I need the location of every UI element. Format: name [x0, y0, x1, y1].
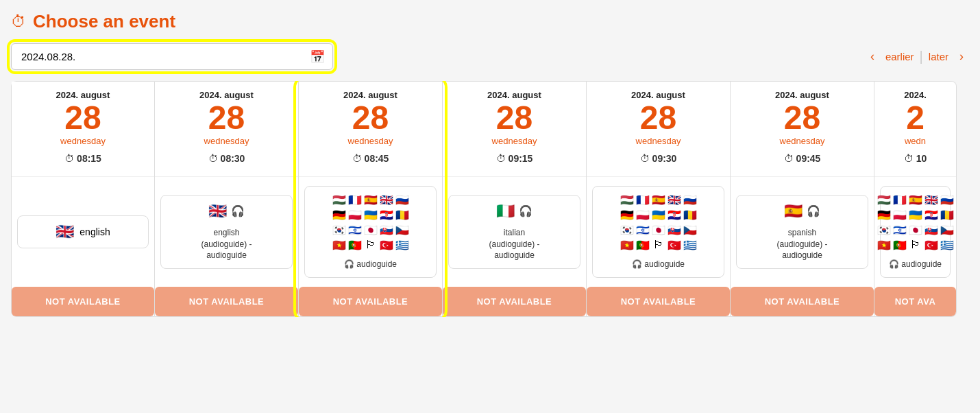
flag-item: 🇻🇳: [877, 239, 891, 252]
event-day: 2: [880, 102, 951, 134]
flag-item: 🇨🇿: [940, 224, 954, 237]
event-day: 28: [592, 102, 724, 134]
page-title: Choose an event: [33, 11, 175, 32]
event-body: 🇮🇹 🎧 italian(audioguide) -audioguide: [443, 177, 586, 287]
not-available-button[interactable]: NOT AVAILABLE: [12, 287, 154, 316]
event-weekday: wedn: [880, 136, 951, 146]
event-day: 28: [448, 102, 580, 134]
headphone-icon: 🎧: [889, 259, 899, 269]
event-body: 🇭🇺🇫🇷🇪🇸🇬🇧🇷🇺🇩🇪🇵🇱🇺🇦🇭🇷🇷🇴🇰🇷🇮🇱🇯🇵🇸🇰🇨🇿🇻🇳🇵🇹🏳🇹🇷🇬🇷 …: [587, 177, 730, 287]
flag-item: 🇨🇿: [395, 224, 409, 237]
flag-item: 🇬🇧: [924, 193, 938, 206]
event-month: 2024. august: [304, 90, 437, 100]
event-weekday: wednesday: [160, 136, 293, 146]
flag-item: 🇵🇹: [348, 239, 362, 252]
time-clock-icon: ⏱: [640, 153, 650, 164]
event-col-4: 2024. august 28 wednesday ⏱ 09:15 🇮🇹 🎧 i…: [443, 81, 587, 317]
flag-item: 🇵🇱: [636, 209, 650, 222]
event-col-3: 2024. august 28 wednesday ⏱ 08:45 🇭🇺🇫🇷🇪🇸…: [299, 81, 443, 317]
lang-card: 🇬🇧 english: [17, 215, 149, 248]
flag-item: 🇹🇷: [667, 239, 681, 252]
event-col-7: 2024. 2 wedn ⏱ 10 🇭🇺🇫🇷🇪🇸🇬🇧🇷🇺🇩🇪🇵🇱🇺🇦🇭🇷🇷🇴🇰🇷…: [874, 81, 957, 317]
event-body: 🇭🇺🇫🇷🇪🇸🇬🇧🇷🇺🇩🇪🇵🇱🇺🇦🇭🇷🇷🇴🇰🇷🇮🇱🇯🇵🇸🇰🇨🇿🇻🇳🇵🇹🏳🇹🇷🇬🇷 …: [874, 177, 956, 287]
flag-item: 🇬🇷: [940, 239, 954, 252]
flag-item: 🇪🇸: [364, 193, 378, 206]
lang-flag: 🇮🇹: [496, 202, 515, 220]
page-header: ⏱ Choose an event: [11, 11, 969, 32]
events-grid: 2024. august 28 wednesday ⏱ 08:15 🇬🇧 eng…: [11, 81, 969, 317]
lang-card: 🇭🇺🇫🇷🇪🇸🇬🇧🇷🇺🇩🇪🇵🇱🇺🇦🇭🇷🇷🇴🇰🇷🇮🇱🇯🇵🇸🇰🇨🇿🇻🇳🇵🇹🏳🇹🇷🇬🇷 …: [592, 186, 724, 278]
headphone-icon: 🎧: [519, 204, 532, 217]
time-clock-icon: ⏱: [496, 153, 506, 164]
not-available-button[interactable]: NOT AVAILABLE: [155, 287, 298, 316]
event-header: 2024. august 28 wednesday ⏱ 08:30: [155, 82, 298, 177]
date-input[interactable]: [11, 43, 333, 70]
flag-item: 🇮🇱: [893, 224, 907, 237]
flag-item: 🇵🇹: [893, 239, 907, 252]
later-label[interactable]: later: [929, 51, 948, 62]
earlier-label[interactable]: earlier: [885, 51, 914, 62]
flag-item: 🇬🇧: [667, 193, 681, 206]
event-col-6: 2024. august 28 wednesday ⏱ 09:45 🇪🇸 🎧 s…: [731, 81, 874, 317]
not-available-button[interactable]: NOT AVA: [874, 287, 956, 316]
event-time: ⏱ 09:45: [736, 149, 868, 171]
flag-item: 🇭🇷: [924, 209, 938, 222]
flag-item: 🇫🇷: [893, 193, 907, 206]
flag-item: 🇯🇵: [652, 224, 665, 237]
lang-flag: 🇪🇸: [784, 202, 803, 220]
flag-item: 🇬🇷: [683, 239, 697, 252]
event-col-1: 2024. august 28 wednesday ⏱ 08:15 🇬🇧 eng…: [11, 81, 155, 317]
time-clock-icon: ⏱: [352, 153, 362, 164]
time-clock-icon: ⏱: [208, 153, 218, 164]
lang-flag: 🇬🇧: [208, 202, 227, 220]
flag-item: 🇬🇷: [395, 239, 409, 252]
event-weekday: wednesday: [736, 136, 868, 146]
not-available-button[interactable]: NOT AVAILABLE: [731, 287, 874, 316]
earlier-button[interactable]: ‹: [865, 47, 880, 67]
nav-divider: |: [920, 49, 923, 64]
flag-item: 🇹🇷: [380, 239, 393, 252]
event-month: 2024. august: [160, 90, 293, 100]
event-time: ⏱ 08:15: [17, 149, 149, 171]
flag-item: 🇪🇸: [652, 193, 665, 206]
event-header: 2024. august 28 wednesday ⏱ 09:30: [587, 82, 730, 177]
lang-card: 🇬🇧 🎧 english(audioguide) -audioguide: [160, 195, 293, 269]
not-available-button[interactable]: NOT AVAILABLE: [443, 287, 586, 316]
flags-grid: 🇭🇺🇫🇷🇪🇸🇬🇧🇷🇺🇩🇪🇵🇱🇺🇦🇭🇷🇷🇴🇰🇷🇮🇱🇯🇵🇸🇰🇨🇿🇻🇳🇵🇹🏳🇹🇷🇬🇷: [620, 193, 697, 252]
flag-item: 🇷🇺: [940, 193, 954, 206]
event-time: ⏱ 10: [880, 149, 951, 171]
flag-item: 🇨🇿: [683, 224, 697, 237]
flag-item: 🇫🇷: [636, 193, 650, 206]
flag-item: 🇩🇪: [620, 209, 634, 222]
flag-item: 🏳: [652, 239, 665, 252]
lang-name: english: [79, 226, 110, 237]
event-weekday: wednesday: [448, 136, 580, 146]
audioguide-label: spanish(audioguide) -audioguide: [776, 227, 827, 261]
flag-item: 🇵🇱: [893, 209, 907, 222]
not-available-button[interactable]: NOT AVAILABLE: [299, 287, 442, 316]
event-time: ⏱ 08:30: [160, 149, 293, 171]
flags-grid: 🇭🇺🇫🇷🇪🇸🇬🇧🇷🇺🇩🇪🇵🇱🇺🇦🇭🇷🇷🇴🇰🇷🇮🇱🇯🇵🇸🇰🇨🇿🇻🇳🇵🇹🏳🇹🇷🇬🇷: [877, 193, 954, 252]
event-time: ⏱ 09:30: [592, 149, 724, 171]
time-clock-icon: ⏱: [784, 153, 794, 164]
date-nav-row: 📅 ‹ earlier | later ›: [11, 43, 969, 70]
flag-item: 🇭🇺: [620, 193, 634, 206]
flag-item: 🇺🇦: [652, 209, 665, 222]
event-day: 28: [160, 102, 293, 134]
flag-item: 🇩🇪: [877, 209, 891, 222]
flag-item: 🇰🇷: [877, 224, 891, 237]
event-month: 2024. august: [736, 90, 868, 100]
event-header: 2024. august 28 wednesday ⏱ 09:15: [443, 82, 586, 177]
flag-item: 🇷🇴: [940, 209, 954, 222]
flag-item: 🇷🇴: [683, 209, 697, 222]
later-button[interactable]: ›: [954, 47, 969, 67]
lang-simple: 🇬🇧 english: [56, 223, 110, 241]
flag-item: 🇭🇷: [667, 209, 681, 222]
event-body: 🇬🇧 english: [12, 177, 154, 287]
clock-icon: ⏱: [11, 13, 26, 31]
flag-item: 🇵🇱: [348, 209, 362, 222]
flag-item: 🇸🇰: [924, 224, 938, 237]
flag-item: 🏳: [909, 239, 922, 252]
headphone-icon: 🎧: [632, 259, 642, 269]
not-available-button[interactable]: NOT AVAILABLE: [587, 287, 730, 316]
